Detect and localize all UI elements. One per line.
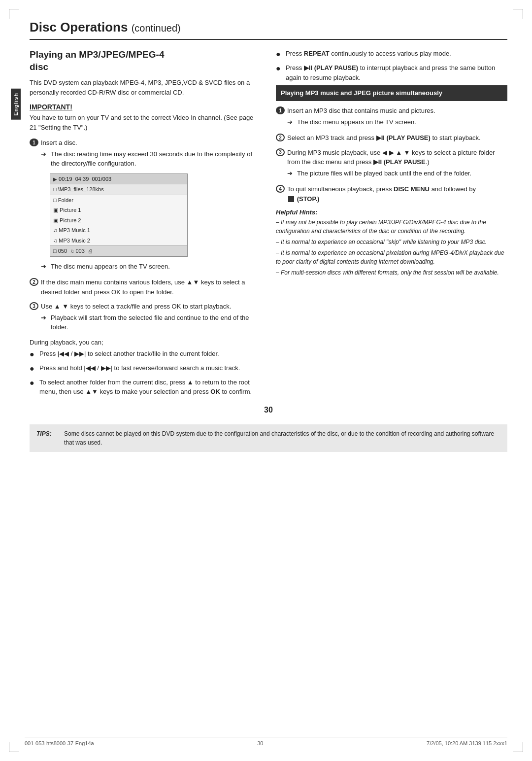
footer-right: 7/2/05, 10:20 AM 3139 115 2xxx1 xyxy=(427,740,507,746)
bullet-3: ● To select another folder from the curr… xyxy=(30,378,261,397)
hint-4: – For multi-session discs with different… xyxy=(276,268,507,277)
during-playback-label: During playback, you can; xyxy=(30,339,261,346)
right-step-2: 2 Select an MP3 track and press ▶II (PLA… xyxy=(276,133,507,143)
right-step-4: 4 To quit simultaneous playback, press D… xyxy=(276,184,507,204)
step1-arrow1: ➔ The disc reading time may exceed 30 se… xyxy=(41,149,261,169)
screen-footer-row: □ 050 ♫ 003 🖨 xyxy=(50,245,187,256)
corner-mark-br xyxy=(513,742,523,752)
screen-path-row: □ \MP3_files_128kbs xyxy=(50,184,187,195)
left-section-heading: Playing an MP3/JPEG/MPEG-4 disc xyxy=(30,49,261,73)
right-bullet-1: ● Press REPEAT continuously to access va… xyxy=(276,49,507,60)
page-number: 30 xyxy=(30,406,507,415)
right-step-1-num: 1 xyxy=(276,106,285,114)
right-step-3-num: 3 xyxy=(276,148,285,156)
tips-box: TIPS: Some discs cannot be played on thi… xyxy=(30,424,507,452)
right-step3-arrow: ➔ The picture files will be played back … xyxy=(287,169,507,178)
right-step-4-num: 4 xyxy=(276,185,285,193)
tips-label: TIPS: xyxy=(36,429,61,438)
important-label: IMPORTANT! xyxy=(30,103,261,111)
right-step1-arrow: ➔ The disc menu appears on the TV screen… xyxy=(287,117,507,127)
step-1-num: 1 xyxy=(30,138,38,146)
right-step-2-num: 2 xyxy=(276,134,285,141)
screen-item-pic2: ▣ Picture 2 xyxy=(50,215,187,226)
step3-arrow: ➔ Playback will start from the selected … xyxy=(41,313,261,332)
step-3: 3 Use ▲ ▼ keys to select a track/file an… xyxy=(30,302,261,334)
step-1: 1 Insert a disc. ➔ The disc reading time… xyxy=(30,138,261,273)
screen-mockup: ▶ 00:19 04:39 001/003 □ \MP3_files_128kb… xyxy=(50,173,188,257)
tips-text: Some discs cannot be played on this DVD … xyxy=(64,429,500,447)
page-title: Disc Operations (continued) xyxy=(30,20,507,40)
right-step-1: 1 Insert an MP3 disc that contains music… xyxy=(276,106,507,128)
step1-arrow2: ➔ The disc menu appears on the TV screen… xyxy=(41,262,261,272)
screen-item-pic1: ▣ Picture 1 xyxy=(50,205,187,215)
important-text: You have to turn on your TV and set to t… xyxy=(30,113,261,132)
screen-item-mp3-1: ♫ MP3 Music 1 xyxy=(50,225,187,236)
step-3-num: 3 xyxy=(30,302,38,310)
left-column: Playing an MP3/JPEG/MPEG-4 disc This DVD… xyxy=(30,49,261,400)
right-step-3: 3 During MP3 music playback, use ◀ ▶ ▲ ▼… xyxy=(276,148,507,180)
screen-item-folder: □ Folder xyxy=(50,195,187,206)
hint-2: – It is normal to experience an occasion… xyxy=(276,238,507,246)
footer-left: 001-053-hts8000-37-Eng14a xyxy=(25,740,94,746)
helpful-hints-title: Helpful Hints: xyxy=(276,208,507,216)
screen-header-row: ▶ 00:19 04:39 001/003 xyxy=(50,174,187,185)
corner-mark-tl xyxy=(9,9,19,19)
sub-section-heading: Playing MP3 music and JPEG picture simul… xyxy=(276,85,507,101)
screen-item-mp3-2: ♫ MP3 Music 2 xyxy=(50,236,187,246)
right-bullet-2: ● Press ▶II (PLAY PAUSE) to interrupt pl… xyxy=(276,63,507,82)
right-column: ● Press REPEAT continuously to access va… xyxy=(276,49,507,400)
bullet-2: ● Press and hold |◀◀ / ▶▶| to fast rever… xyxy=(30,363,261,375)
step-2: 2 If the disc main menu contains various… xyxy=(30,277,261,297)
corner-mark-bl xyxy=(9,742,19,752)
corner-mark-tr xyxy=(513,9,523,19)
hint-1: – It may not be possible to play certain… xyxy=(276,218,507,236)
page-footer: 001-053-hts8000-37-Eng14a 30 7/2/05, 10:… xyxy=(25,737,507,746)
stop-icon xyxy=(288,196,294,202)
helpful-hints: Helpful Hints: – It may not be possible … xyxy=(276,208,507,277)
sidebar-language-label: English xyxy=(11,89,21,120)
footer-center: 30 xyxy=(257,740,263,746)
bullet-1: ● Press |◀◀ / ▶▶| to select another trac… xyxy=(30,349,261,360)
step-2-num: 2 xyxy=(30,278,38,286)
hint-3: – It is normal to experience an occasion… xyxy=(276,248,507,266)
section-intro: This DVD system can playback MPEG-4, MP3… xyxy=(30,78,261,97)
